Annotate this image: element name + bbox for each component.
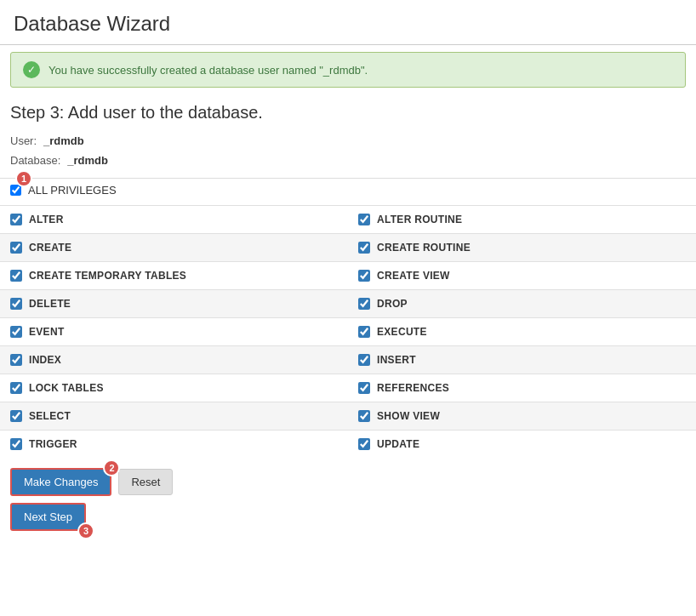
priv-cell-left: CREATE TEMPORARY TABLES [0,261,348,289]
priv-label-left-0: ALTER [29,214,64,225]
priv-label-right-0: ALTER ROUTINE [377,214,462,225]
priv-label-left-1: CREATE [29,242,71,254]
priv-cell-left: INDEX [0,345,348,374]
priv-cell-right: CREATE ROUTINE [348,233,696,261]
priv-cell-left: TRIGGER [0,430,348,458]
priv-checkbox-right-2[interactable] [358,270,370,282]
table-row: ALTER ALTER ROUTINE [0,205,696,233]
priv-label-right-3: DROP [377,298,408,310]
table-row: INDEX INSERT [0,345,696,374]
priv-label-right-8: UPDATE [377,438,419,450]
priv-checkbox-right-8[interactable] [358,438,370,450]
priv-cell-left: LOCK TABLES [0,374,348,402]
user-value: _rdmdb [43,131,84,151]
priv-checkbox-right-4[interactable] [358,326,370,338]
database-value: _rdmdb [67,151,108,170]
priv-cell-right: DROP [348,289,696,317]
priv-checkbox-left-0[interactable] [10,214,22,225]
priv-label-left-8: TRIGGER [29,438,77,450]
success-message: You have successfully created a database… [48,64,368,77]
priv-checkbox-left-8[interactable] [10,438,22,450]
priv-cell-right: INSERT [348,345,696,374]
priv-cell-right: UPDATE [348,430,696,458]
priv-label-right-7: SHOW VIEW [377,410,440,422]
table-row: CREATE CREATE ROUTINE [0,233,696,261]
priv-label-left-7: SELECT [29,410,71,422]
priv-checkbox-right-5[interactable] [358,354,370,366]
user-label: User: [10,131,37,151]
priv-cell-left: EVENT [0,317,348,345]
priv-label-left-4: EVENT [29,326,65,338]
next-step-button[interactable]: Next Step [10,503,86,531]
priv-checkbox-left-7[interactable] [10,410,22,422]
priv-checkbox-right-1[interactable] [358,242,370,254]
priv-cell-right: CREATE VIEW [348,261,696,289]
priv-label-left-6: LOCK TABLES [29,382,104,394]
priv-checkbox-right-6[interactable] [358,382,370,394]
priv-label-right-1: CREATE ROUTINE [377,242,471,254]
priv-label-left-2: CREATE TEMPORARY TABLES [29,270,186,282]
badge-2: 2 [103,459,120,476]
privileges-table: ALTER ALTER ROUTINE CREATE CREATE ROUTIN… [0,205,696,458]
priv-cell-left: DELETE [0,289,348,317]
success-icon: ✓ [23,61,40,78]
badge-3: 3 [77,522,94,539]
priv-checkbox-right-3[interactable] [358,298,370,310]
badge-1: 1 [15,170,32,187]
priv-label-right-4: EXECUTE [377,326,427,338]
table-row: EVENT EXECUTE [0,317,696,345]
page-title: Database Wizard [0,0,696,45]
priv-checkbox-left-5[interactable] [10,354,22,366]
priv-checkbox-left-2[interactable] [10,270,22,282]
user-info: User: _rdmdb Database: _rdmdb [0,128,696,178]
priv-checkbox-right-0[interactable] [358,214,370,225]
table-row: SELECT SHOW VIEW [0,402,696,430]
all-privileges-label: ALL PRIVILEGES [28,184,117,197]
table-row: LOCK TABLES REFERENCES [0,374,696,402]
buttons-row: Make Changes 2 Reset [0,458,696,503]
step-title: Step 3: Add user to the database. [0,94,696,128]
reset-button[interactable]: Reset [118,469,173,495]
priv-checkbox-left-6[interactable] [10,382,22,394]
make-changes-button[interactable]: Make Changes [10,468,111,496]
priv-checkbox-left-3[interactable] [10,298,22,310]
priv-label-right-5: INSERT [377,354,416,366]
priv-cell-left: ALTER [0,205,348,233]
table-row: CREATE TEMPORARY TABLES CREATE VIEW [0,261,696,289]
priv-checkbox-right-7[interactable] [358,410,370,422]
table-row: TRIGGER UPDATE [0,430,696,458]
priv-cell-right: ALTER ROUTINE [348,205,696,233]
priv-cell-right: EXECUTE [348,317,696,345]
priv-label-left-3: DELETE [29,298,71,310]
make-changes-wrapper: Make Changes 2 [10,468,111,496]
all-privileges-row: 1 ALL PRIVILEGES [0,178,696,202]
database-label: Database: [10,151,60,170]
success-banner: ✓ You have successfully created a databa… [10,52,686,88]
table-row: DELETE DROP [0,289,696,317]
priv-label-right-6: REFERENCES [377,382,449,394]
priv-cell-right: REFERENCES [348,374,696,402]
priv-cell-right: SHOW VIEW [348,402,696,430]
priv-cell-left: CREATE [0,233,348,261]
priv-label-right-2: CREATE VIEW [377,270,450,282]
priv-cell-left: SELECT [0,402,348,430]
priv-checkbox-left-1[interactable] [10,242,22,254]
priv-label-left-5: INDEX [29,354,61,366]
priv-checkbox-left-4[interactable] [10,326,22,338]
